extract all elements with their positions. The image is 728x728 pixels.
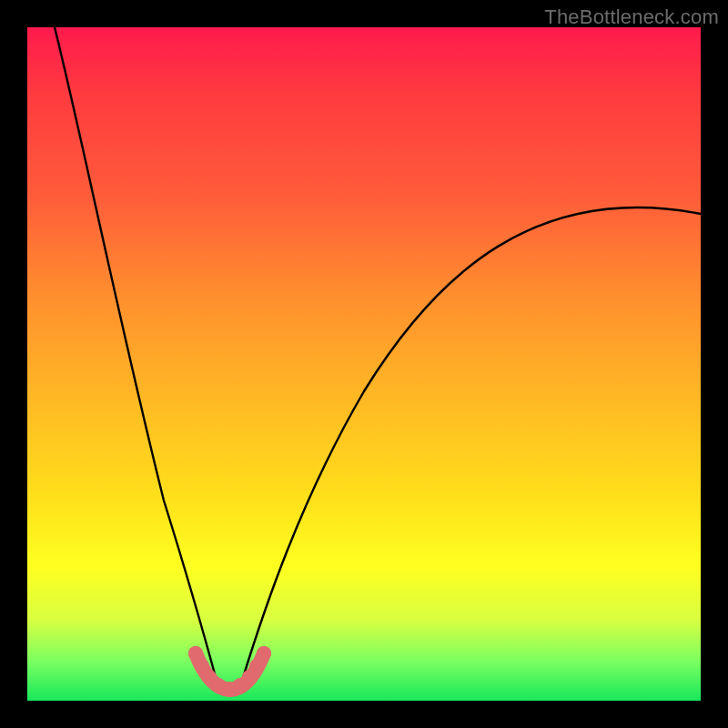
curve-right-branch — [242, 207, 701, 681]
svg-point-8 — [257, 646, 271, 661]
svg-point-7 — [249, 659, 264, 673]
valley-marker-dots — [188, 646, 271, 696]
chart-frame: TheBottleneck.com — [0, 0, 728, 728]
plot-area — [27, 27, 701, 701]
curve-layer — [27, 27, 701, 701]
curve-left-branch — [55, 27, 217, 681]
attribution-text: TheBottleneck.com — [544, 5, 719, 29]
svg-point-0 — [188, 646, 203, 661]
